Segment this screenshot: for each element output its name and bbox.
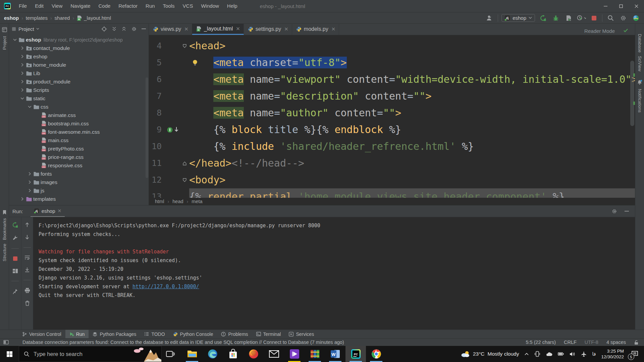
user-account-icon[interactable] — [485, 14, 494, 22]
tool-window-button-problems[interactable]: Problems — [217, 330, 252, 338]
chevron-right-icon[interactable] — [19, 46, 25, 50]
tool-window-button-version-control[interactable]: Version Control — [18, 330, 65, 338]
tab-layout-html[interactable]: H_layout.html✕ — [192, 24, 244, 35]
layout-settings-icon[interactable] — [12, 268, 18, 274]
status-message[interactable]: Database connection parameters found: Co… — [22, 340, 344, 345]
file-encoding[interactable]: UTF-8 — [585, 340, 598, 345]
fold-marker-icon[interactable] — [182, 172, 187, 188]
inspection-ok-icon[interactable] — [623, 28, 628, 33]
tree-item-home-module[interactable]: home_module — [9, 61, 149, 69]
run-with-coverage-button[interactable] — [564, 14, 573, 22]
task-view-button[interactable] — [162, 346, 179, 362]
locate-file-icon[interactable] — [101, 26, 107, 32]
editor-breadcrumb-html[interactable]: html — [155, 199, 164, 204]
caret-position[interactable]: 5:5 (22 chars) — [526, 340, 556, 345]
console-link[interactable]: http://127.0.0.1:8000/ — [132, 284, 199, 290]
code-line-7[interactable]: 7 <meta name="description" content=""> — [149, 88, 635, 105]
project-scrollbar[interactable] — [146, 77, 148, 178]
soft-wrap-icon[interactable] — [24, 255, 30, 260]
editor-breadcrumb-head[interactable]: head — [172, 199, 183, 204]
run-console-output[interactable]: F:\project2\django\Eshop\Scripts\python.… — [33, 217, 635, 329]
clock-widget[interactable]: 3:25 PM 12/30/2022 — [601, 348, 624, 360]
breadcrumb-eshop[interactable]: eshop — [4, 15, 19, 21]
tree-item-scripts[interactable]: Scripts — [9, 86, 149, 94]
taskbar-app-explorer[interactable] — [182, 346, 202, 362]
stop-button[interactable] — [589, 14, 599, 22]
project-panel-title[interactable]: Project — [18, 26, 34, 32]
taskbar-app-pycharm[interactable]: PC — [345, 346, 366, 362]
menu-item-tools[interactable]: Tools — [159, 0, 179, 12]
chevron-right-icon[interactable] — [19, 71, 25, 75]
menu-item-view[interactable]: View — [48, 0, 66, 12]
search-highlights-art[interactable] — [131, 346, 161, 362]
clear-all-icon[interactable] — [25, 300, 30, 306]
code-line-9[interactable]: 9 {% block title %}{% endblock %} — [149, 121, 635, 138]
bell-icon[interactable] — [637, 79, 643, 85]
pin-icon[interactable] — [13, 289, 18, 294]
tool-window-button-todo[interactable]: TODO — [140, 330, 169, 338]
fold-marker-icon[interactable] — [182, 38, 187, 54]
menu-item-run[interactable]: Run — [142, 0, 159, 12]
chevron-right-icon[interactable] — [26, 180, 33, 184]
stripe-label-sciview[interactable]: SciView — [637, 56, 642, 71]
tab-models-py[interactable]: models.py✕ — [292, 24, 339, 35]
maximize-button[interactable] — [613, 0, 629, 12]
run-configuration-select[interactable]: dj eshop — [501, 14, 535, 22]
chevron-down-icon[interactable] — [36, 28, 39, 30]
tree-item-main-css[interactable]: cssmain.css — [9, 136, 149, 144]
chevron-right-icon[interactable] — [19, 88, 25, 92]
reader-mode-label[interactable]: Reader Mode — [584, 28, 615, 34]
code-line-10[interactable]: 10 {% include 'shared/header_refrence.ht… — [149, 138, 635, 155]
tree-item-bootstrap-min-css[interactable]: cssbootstrap.min.css — [9, 119, 149, 128]
hide-panel-icon[interactable] — [142, 28, 146, 29]
airplane-mode-icon[interactable] — [581, 351, 587, 357]
chevron-right-icon[interactable] — [19, 63, 25, 67]
scroll-to-end-icon[interactable] — [24, 267, 30, 273]
close-button[interactable] — [629, 0, 644, 12]
taskbar-app-edge[interactable] — [202, 346, 223, 362]
down-stack-trace-icon[interactable] — [24, 235, 30, 240]
taskbar-app-store[interactable] — [223, 346, 243, 362]
settings-gear-icon[interactable] — [619, 14, 628, 22]
stripe-label-database[interactable]: Database — [637, 34, 642, 53]
tab-close-icon[interactable]: ✕ — [284, 26, 288, 32]
code-line-4[interactable]: 4<head> — [149, 38, 635, 54]
stop-icon[interactable] — [13, 256, 18, 261]
taskbar-app-chrome[interactable] — [366, 346, 386, 362]
tool-window-button-run[interactable]: Run — [65, 330, 89, 338]
notification-center-button[interactable]: 5 — [629, 347, 641, 361]
menu-item-edit[interactable]: Edit — [31, 0, 48, 12]
taskbar-app-word[interactable]: W — [325, 346, 345, 362]
tree-item-product-module[interactable]: product_module — [9, 77, 149, 86]
menu-item-navigate[interactable]: Navigate — [66, 0, 94, 12]
battery-icon[interactable] — [558, 352, 564, 356]
tree-item-contact-module[interactable]: contact_module — [9, 44, 149, 52]
code-line-8[interactable]: 8 <meta name="author" content=""> — [149, 105, 635, 121]
tool-window-button-python-console[interactable]: Python Console — [169, 330, 217, 338]
tab-close-icon[interactable]: ✕ — [184, 26, 189, 32]
chevron-right-icon[interactable] — [26, 189, 33, 192]
implemented-marker-icon[interactable] — [167, 121, 173, 138]
tree-item-css[interactable]: css — [9, 103, 149, 111]
panel-settings-gear-icon[interactable] — [131, 26, 137, 32]
taskbar-app-mail[interactable] — [264, 346, 284, 362]
start-button[interactable] — [0, 346, 19, 362]
tree-item-templates[interactable]: templates — [9, 195, 149, 203]
taskbar-app-firefox[interactable] — [243, 346, 264, 362]
weather-widget[interactable]: 23°C Mostly cloudy — [461, 351, 519, 358]
chevron-down-icon[interactable] — [19, 97, 25, 100]
run-tab-eshop[interactable]: dj eshop ✕ — [31, 205, 65, 217]
wrench-icon[interactable] — [12, 235, 18, 241]
tool-window-button-terminal[interactable]: Terminal — [252, 330, 285, 338]
tab-views-py[interactable]: views.py✕ — [149, 24, 192, 35]
debug-button[interactable] — [551, 14, 560, 22]
code-line-12[interactable]: 12<body> — [149, 172, 635, 188]
menu-item-file[interactable]: File — [15, 0, 31, 12]
fold-marker-icon[interactable] — [182, 155, 187, 172]
menu-item-code[interactable]: Code — [94, 0, 114, 12]
taskbar-app-winrar[interactable] — [305, 346, 325, 362]
stripe-label-structure[interactable]: Structure — [2, 244, 7, 261]
search-everywhere-icon[interactable] — [606, 14, 615, 22]
tree-item-static[interactable]: static — [9, 94, 149, 103]
menu-item-refactor[interactable]: Refactor — [114, 0, 142, 12]
